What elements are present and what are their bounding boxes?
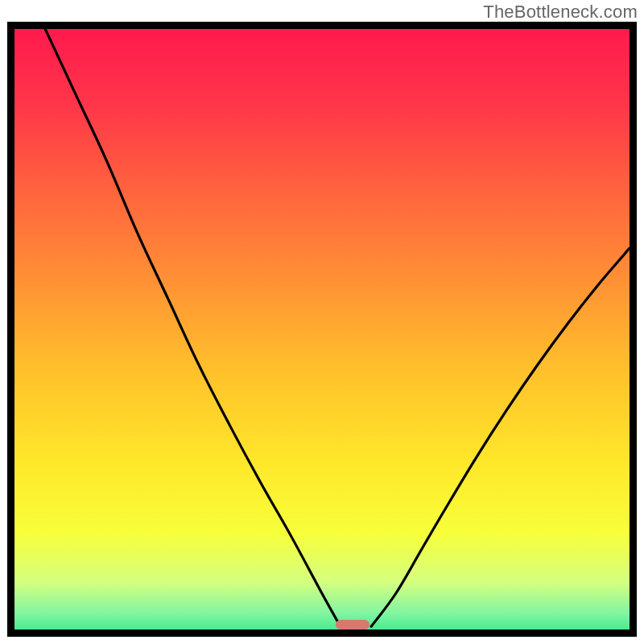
curve-right-branch [371,248,630,626]
bottleneck-curve [14,29,630,630]
plot-area [7,22,637,637]
watermark-text: TheBottleneck.com [483,2,638,23]
chart-frame: TheBottleneck.com [0,0,644,644]
curve-left-branch [45,29,341,626]
optimum-marker [336,620,369,630]
